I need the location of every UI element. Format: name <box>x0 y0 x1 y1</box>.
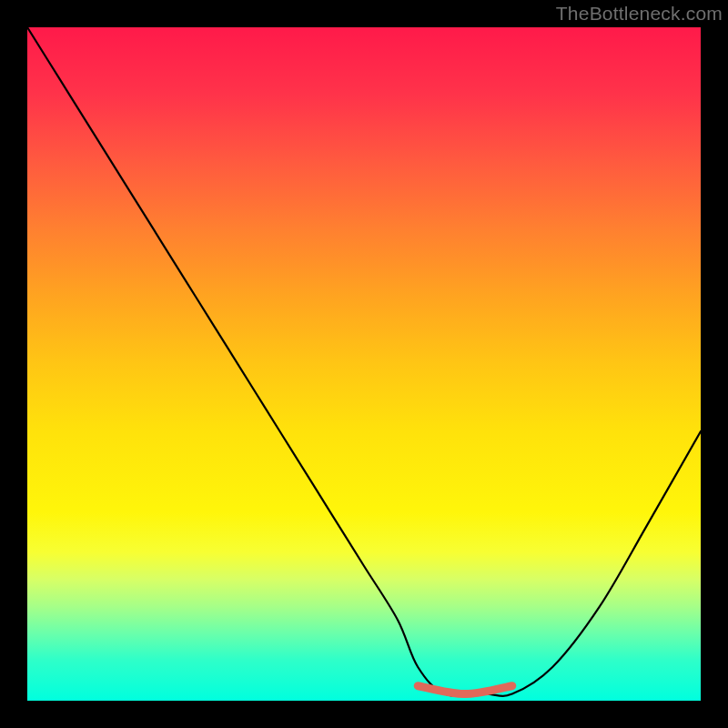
chart-container: TheBottleneck.com <box>0 0 728 728</box>
plot-area <box>27 27 701 701</box>
watermark-text: TheBottleneck.com <box>556 3 723 25</box>
optimal-range-marker <box>418 686 512 694</box>
bottleneck-curve <box>27 27 701 696</box>
curve-svg <box>27 27 701 701</box>
